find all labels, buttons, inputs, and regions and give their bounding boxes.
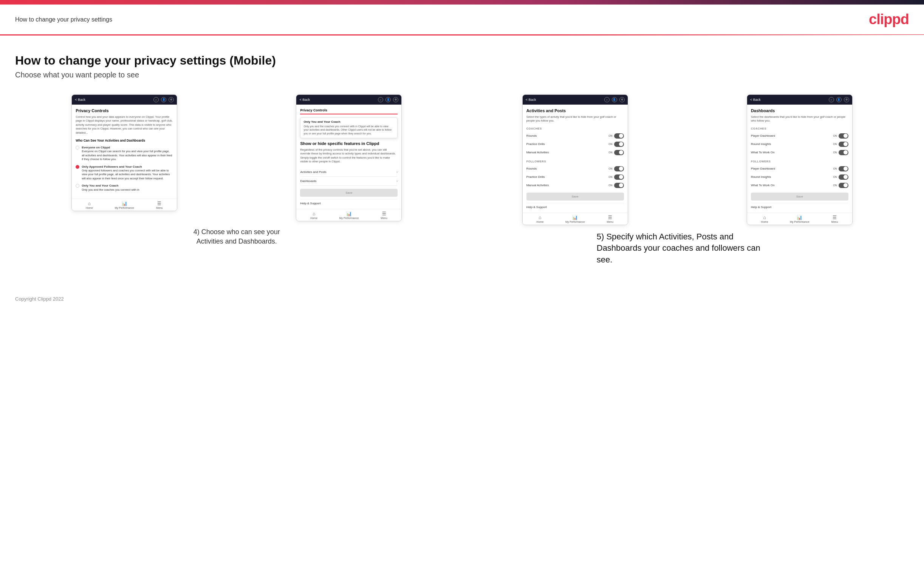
tab-menu-1[interactable]: ☰ Menu xyxy=(142,201,177,209)
toggle-rounds-coaches-control[interactable]: ON xyxy=(609,133,624,139)
toggle-round-insights-followers-control[interactable]: ON xyxy=(833,174,848,180)
privacy-controls-title: Privacy Controls xyxy=(76,108,173,113)
feature-activities[interactable]: Activities and Posts › xyxy=(300,168,397,177)
toggle-switch-rounds-coaches[interactable] xyxy=(614,133,624,139)
help-bar-2: Help & Support xyxy=(300,199,397,205)
toggle-manual-followers-control[interactable]: ON xyxy=(609,183,624,188)
toggle-switch-manual-coaches[interactable] xyxy=(614,150,624,155)
person-icon[interactable]: 👤 xyxy=(161,97,166,102)
gear-icon[interactable]: ⚙ xyxy=(168,97,174,102)
toggle-rounds-followers-control[interactable]: ON xyxy=(609,166,624,171)
gear-icon-3[interactable]: ⚙ xyxy=(619,97,625,102)
person-icon-2[interactable]: 👤 xyxy=(386,97,391,102)
search-icon-4[interactable]: ⌕ xyxy=(829,97,834,102)
toggle-switch-manual-followers[interactable] xyxy=(614,183,624,188)
phone-group-1: < Back ⌕ 👤 ⚙ Privacy Controls Control ho… xyxy=(15,94,234,221)
radio-dot-2[interactable] xyxy=(76,165,79,169)
tab-home-4[interactable]: ⌂ Home xyxy=(747,215,782,223)
dashboards-desc: Select the dashboards that you'd like to… xyxy=(751,115,848,123)
toggle-what-to-work-coaches-control[interactable]: ON xyxy=(833,150,848,155)
toggle-what-to-work-followers: What To Work On ON xyxy=(751,181,848,190)
top-gradient-bar xyxy=(0,0,924,5)
phone-body-3: Activities and Posts Select the types of… xyxy=(523,105,628,213)
main-content: How to change your privacy settings (Mob… xyxy=(0,35,924,288)
toggle-round-insights-coaches-control[interactable]: ON xyxy=(833,142,848,147)
chart-icon-2: 📊 xyxy=(346,211,352,216)
feature-dashboards[interactable]: Dashboards › xyxy=(300,177,397,186)
person-icon-4[interactable]: 👤 xyxy=(836,97,842,102)
toggle-switch-what-to-work-coaches[interactable] xyxy=(838,150,848,155)
nav-icons-3: ⌕ 👤 ⚙ xyxy=(604,97,625,102)
toggle-switch-round-insights-followers[interactable] xyxy=(838,174,848,180)
gear-icon-2[interactable]: ⚙ xyxy=(393,97,398,102)
back-button-2[interactable]: < Back xyxy=(299,98,310,102)
toggle-switch-rounds-followers[interactable] xyxy=(614,166,624,171)
tab-home-1[interactable]: ⌂ Home xyxy=(72,201,107,209)
radio-dot-1[interactable] xyxy=(76,146,79,150)
back-button-3[interactable]: < Back xyxy=(526,98,536,102)
phone-pair-left: < Back ⌕ 👤 ⚙ Privacy Controls Control ho… xyxy=(15,94,459,221)
toggle-drills-followers-control[interactable]: ON xyxy=(609,174,624,180)
search-icon[interactable]: ⌕ xyxy=(153,97,159,102)
toggle-switch-round-insights-coaches[interactable] xyxy=(838,142,848,147)
followers-heading-4: FOLLOWERS xyxy=(751,160,848,163)
toggle-switch-drills-followers[interactable] xyxy=(614,174,624,180)
radio-option-1[interactable]: Everyone on Clippd Everyone on Clippd ca… xyxy=(76,145,173,162)
bottom-tabs-1: ⌂ Home 📊 My Performance ☰ Menu xyxy=(72,198,177,211)
toggle-switch-player-dash-followers[interactable] xyxy=(838,166,848,171)
phone-pair-right: < Back ⌕ 👤 ⚙ Activities and Posts Select… xyxy=(466,94,909,225)
show-hide-title: Show or hide specific features in Clippd xyxy=(300,141,397,146)
phone-group-4: < Back ⌕ 👤 ⚙ Dashboards Select the dashb… xyxy=(690,94,909,225)
save-button-2[interactable]: Save xyxy=(300,189,397,197)
toggle-what-to-work-followers-control[interactable]: ON xyxy=(833,183,848,188)
person-icon-3[interactable]: 👤 xyxy=(612,97,617,102)
phone-group-3: < Back ⌕ 👤 ⚙ Activities and Posts Select… xyxy=(466,94,684,225)
privacy-controls-desc: Control how you and your data appears to… xyxy=(76,115,173,135)
toggle-drills-coaches-control[interactable]: ON xyxy=(609,142,624,147)
radio-text-2: Only Approved Followers and Your Coach O… xyxy=(82,164,173,181)
phone-screen-4: < Back ⌕ 👤 ⚙ Dashboards Select the dashb… xyxy=(747,94,853,225)
back-button-4[interactable]: < Back xyxy=(750,98,761,102)
phone-screen-1: < Back ⌕ 👤 ⚙ Privacy Controls Control ho… xyxy=(71,94,177,211)
save-button-4[interactable]: Save xyxy=(751,193,848,200)
help-bar-4: Help & Support xyxy=(751,203,848,209)
chart-icon-3: 📊 xyxy=(572,215,578,220)
tab-performance-4[interactable]: 📊 My Performance xyxy=(782,215,817,223)
tab-bar-inner-2: Privacy Controls xyxy=(300,108,397,114)
toggle-manual-coaches-control[interactable]: ON xyxy=(609,150,624,155)
tab-performance-2[interactable]: 📊 My Performance xyxy=(331,211,367,219)
page-subtitle: Choose what you want people to see xyxy=(15,71,909,79)
back-button-1[interactable]: < Back xyxy=(75,98,86,102)
toggle-switch-drills-coaches[interactable] xyxy=(614,142,624,147)
phone-body-4: Dashboards Select the dashboards that yo… xyxy=(747,105,852,213)
search-icon-2[interactable]: ⌕ xyxy=(378,97,383,102)
activities-title: Activities and Posts xyxy=(527,108,624,113)
toggle-player-dash-coaches-control[interactable]: ON xyxy=(833,133,848,139)
gear-icon-4[interactable]: ⚙ xyxy=(844,97,849,102)
tab-performance-3[interactable]: 📊 My Performance xyxy=(557,215,593,223)
search-icon-3[interactable]: ⌕ xyxy=(604,97,610,102)
toggle-what-to-work-coaches: What To Work On ON xyxy=(751,148,848,157)
radio-option-3[interactable]: Only You and Your Coach Only you and the… xyxy=(76,184,173,192)
home-icon-3: ⌂ xyxy=(538,215,541,220)
save-button-3[interactable]: Save xyxy=(527,193,624,200)
tab-performance-1[interactable]: 📊 My Performance xyxy=(107,201,142,209)
toggle-switch-player-dash-coaches[interactable] xyxy=(838,133,848,139)
menu-icon-4: ☰ xyxy=(832,215,837,220)
tab-menu-4[interactable]: ☰ Menu xyxy=(817,215,852,223)
dashboards-title: Dashboards xyxy=(751,108,848,113)
radio-dot-3[interactable] xyxy=(76,184,79,188)
right-pair: < Back ⌕ 👤 ⚙ Activities and Posts Select… xyxy=(466,94,909,266)
coaches-heading-3: COACHES xyxy=(527,127,624,130)
tab-home-3[interactable]: ⌂ Home xyxy=(523,215,558,223)
page-title: How to change your privacy settings (Mob… xyxy=(15,54,909,68)
toggle-player-dash-followers-control[interactable]: ON xyxy=(833,166,848,171)
coaches-heading-4: COACHES xyxy=(751,127,848,130)
toggle-switch-what-to-work-followers[interactable] xyxy=(838,183,848,188)
tab-home-2[interactable]: ⌂ Home xyxy=(296,211,331,219)
tab-menu-3[interactable]: ☰ Menu xyxy=(593,215,628,223)
left-pair: < Back ⌕ 👤 ⚙ Privacy Controls Control ho… xyxy=(15,94,459,266)
content-area: < Back ⌕ 👤 ⚙ Privacy Controls Control ho… xyxy=(15,94,909,266)
radio-option-2[interactable]: Only Approved Followers and Your Coach O… xyxy=(76,164,173,181)
tab-menu-2[interactable]: ☰ Menu xyxy=(367,211,402,219)
